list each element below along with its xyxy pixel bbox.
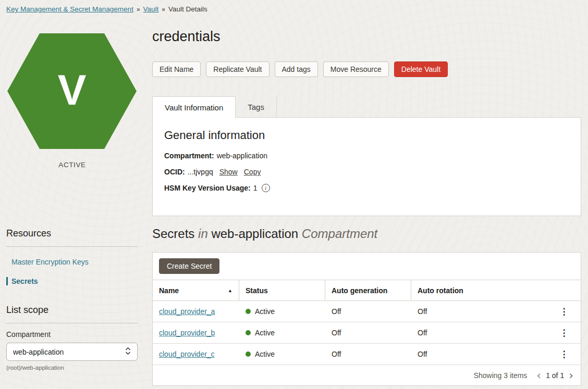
compartment-info-value: web-application (217, 150, 267, 161)
pagination: ‹ 1 of 1 › (536, 370, 573, 381)
status-cell: Active (239, 344, 325, 365)
replicate-vault-button[interactable]: Replicate Vault (206, 61, 269, 77)
secrets-table-footer: Showing 3 items ‹ 1 of 1 › (153, 365, 581, 385)
status-text: Active (255, 307, 275, 316)
status-text: Active (255, 350, 275, 358)
secret-link-cloud-provider-a[interactable]: cloud_provider_a (159, 307, 215, 316)
auto-generation-cell: Off (325, 322, 411, 343)
table-row: cloud_provider_b Active Off Off ⋮ (153, 322, 581, 344)
ocid-label: OCID: (164, 167, 185, 177)
resources-heading: Resources (6, 228, 138, 239)
compartment-label: Compartment (6, 330, 138, 338)
vault-hexagon-icon: V (7, 33, 137, 149)
ocid-value: ...tjvpgq (188, 167, 213, 177)
secrets-section-heading: Secrets in web-application Compartment (152, 227, 581, 241)
select-chevron-icon (125, 347, 131, 357)
compartment-select-value: web-application (13, 348, 64, 356)
auto-generation-cell: Off (325, 344, 411, 365)
row-actions-cell: ⋮ (547, 344, 581, 365)
status-text: Active (255, 329, 275, 337)
row-actions-cell: ⋮ (547, 322, 581, 343)
sidebar: Resources Master Encryption Keys Secrets… (6, 228, 138, 371)
move-resource-button[interactable]: Move Resource (323, 61, 389, 77)
delete-vault-button[interactable]: Delete Vault (394, 61, 448, 77)
sidebar-item-master-encryption-keys[interactable]: Master Encryption Keys (6, 258, 138, 266)
secret-link-cloud-provider-c[interactable]: cloud_provider_c (159, 350, 215, 358)
kebab-menu-icon[interactable]: ⋮ (560, 329, 569, 337)
create-secret-button[interactable]: Create Secret (159, 258, 219, 274)
secrets-table-header: Name ▲ Status Auto generation Auto rotat… (153, 280, 581, 301)
showing-items-text: Showing 3 items (474, 371, 528, 380)
sort-ascending-icon: ▲ (228, 288, 232, 293)
main-content: credentials Edit Name Replicate Vault Ad… (152, 0, 581, 386)
ocid-show-link[interactable]: Show (219, 167, 238, 177)
secrets-heading-compartment: web-application (211, 227, 298, 241)
auto-rotation-cell: Off (411, 344, 547, 365)
breadcrumb-separator-icon: » (137, 6, 140, 13)
compartment-select[interactable]: web-application (6, 343, 138, 361)
secrets-link[interactable]: Secrets (11, 277, 38, 285)
kebab-menu-icon[interactable]: ⋮ (560, 307, 569, 316)
ocid-info-row: OCID: ...tjvpgq Show Copy (164, 167, 569, 177)
hsm-label: HSM Key Version Usage: (164, 183, 251, 193)
status-cell: Active (239, 322, 325, 343)
action-bar: Edit Name Replicate Vault Add tags Move … (152, 61, 581, 77)
hsm-value: 1 (253, 183, 258, 193)
vault-information-panel: General information Compartment: web-app… (152, 117, 581, 216)
sidebar-item-secrets[interactable]: Secrets (6, 277, 138, 285)
row-actions-cell: ⋮ (547, 301, 581, 322)
page-next-icon[interactable]: › (569, 370, 573, 381)
compartment-path: (root)/web-application (6, 365, 138, 371)
page-title: credentials (152, 29, 581, 45)
master-encryption-keys-link[interactable]: Master Encryption Keys (11, 258, 89, 266)
general-information-heading: General information (164, 129, 569, 142)
auto-rotation-cell: Off (411, 322, 547, 343)
secrets-heading-suffix: Compartment (302, 227, 377, 241)
secrets-panel: Create Secret Name ▲ Status Auto generat… (152, 252, 581, 386)
column-header-status: Status (239, 280, 325, 300)
hsm-info-row: HSM Key Version Usage: 1 i (164, 183, 569, 193)
add-tags-button[interactable]: Add tags (275, 61, 318, 77)
column-header-name[interactable]: Name ▲ (153, 280, 239, 300)
auto-rotation-cell: Off (411, 301, 547, 322)
vault-initial: V (58, 69, 87, 111)
edit-name-button[interactable]: Edit Name (152, 61, 201, 77)
tab-strip: Vault Information Tags (152, 96, 581, 118)
column-header-auto-rotation: Auto rotation (411, 280, 581, 300)
secret-link-cloud-provider-b[interactable]: cloud_provider_b (159, 329, 215, 337)
page-indicator: 1 of 1 (546, 371, 564, 380)
list-scope-divider (6, 323, 138, 323)
table-row: cloud_provider_a Active Off Off ⋮ (153, 301, 581, 322)
compartment-info-row: Compartment: web-application (164, 150, 569, 161)
active-status-dot-icon (246, 309, 251, 314)
page-previous-icon[interactable]: ‹ (536, 370, 541, 381)
active-status-dot-icon (246, 352, 251, 357)
tab-vault-information[interactable]: Vault Information (152, 96, 236, 118)
info-icon[interactable]: i (262, 184, 270, 192)
active-status-dot-icon (246, 330, 251, 335)
list-scope-heading: List scope (6, 305, 138, 316)
create-secret-row: Create Secret (153, 253, 581, 280)
compartment-info-label: Compartment: (164, 150, 214, 161)
ocid-copy-link[interactable]: Copy (244, 167, 261, 177)
breadcrumb-link-key-management[interactable]: Key Management & Secret Management (6, 5, 133, 13)
table-row: cloud_provider_c Active Off Off ⋮ (153, 344, 581, 365)
column-header-auto-generation: Auto generation (325, 280, 411, 300)
auto-generation-cell: Off (325, 301, 411, 322)
kebab-menu-icon[interactable]: ⋮ (560, 350, 569, 359)
secrets-heading-prefix: Secrets (152, 227, 194, 241)
column-header-name-label: Name (159, 286, 179, 295)
status-cell: Active (239, 301, 325, 322)
resources-divider (6, 246, 138, 247)
vault-status: ACTIVE (0, 161, 144, 169)
secrets-heading-in: in (198, 227, 208, 241)
tab-tags[interactable]: Tags (236, 96, 277, 118)
